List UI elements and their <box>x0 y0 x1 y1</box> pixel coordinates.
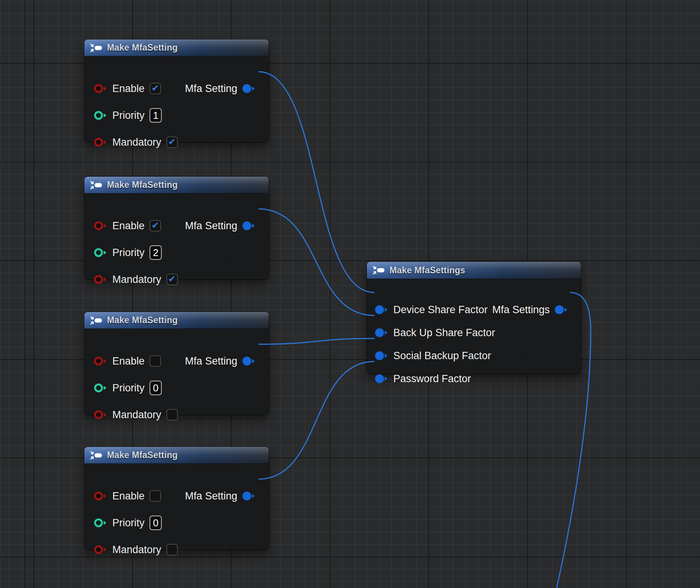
make-struct-icon <box>90 316 103 325</box>
mandatory-checkbox[interactable]: ✔ <box>166 274 178 285</box>
int-pin-priority[interactable] <box>94 383 107 393</box>
bool-pin-enable[interactable] <box>94 491 107 501</box>
struct-pin-mfa-setting-out[interactable] <box>242 491 256 501</box>
pin-label: Mfa Setting <box>185 490 237 502</box>
pin-label: Social Backup Factor <box>393 350 491 362</box>
node-title-bar[interactable]: Make MfaSetting <box>84 177 269 194</box>
struct-pin-social-backup-factor[interactable] <box>375 351 388 361</box>
wire-make-mfasetting-4.mfa-setting-to-make-mfasettings.password-factor[interactable] <box>258 361 375 479</box>
pin-label: Priority <box>112 110 145 122</box>
node-title: Make MfaSetting <box>107 450 177 460</box>
pin-label: Mfa Setting <box>185 83 237 95</box>
node-title: Make MfaSetting <box>107 180 177 190</box>
pin-label: Priority <box>112 382 145 394</box>
struct-pin-back-up-share-factor[interactable] <box>375 328 388 338</box>
pin-label: Enable <box>112 220 145 232</box>
struct-pin-password-factor[interactable] <box>375 374 388 384</box>
int-pin-priority[interactable] <box>94 518 107 528</box>
struct-pin-device-share-factor[interactable] <box>375 305 388 315</box>
wire-make-mfasetting-3.mfa-setting-to-make-mfasettings.social-backup-factor[interactable] <box>258 338 375 344</box>
mandatory-checkbox[interactable] <box>166 544 178 555</box>
pin-label: Enable <box>112 355 145 367</box>
pin-label: Mfa Setting <box>185 355 237 367</box>
node-make-mfasetting-2[interactable]: Make MfaSetting Enable ✔ Mfa Setting Pri… <box>84 177 269 279</box>
struct-pin-mfa-setting-out[interactable] <box>242 356 256 366</box>
make-struct-icon <box>90 43 103 53</box>
mandatory-checkbox[interactable]: ✔ <box>166 136 178 148</box>
pin-label: Enable <box>112 83 145 95</box>
graph-canvas[interactable]: Make MfaSetting Enable ✔ Mfa Setting Pri… <box>0 0 700 588</box>
node-make-mfasetting-4[interactable]: Make MfaSetting Enable Mfa Setting Prior… <box>84 447 269 550</box>
priority-value-input[interactable]: 1 <box>150 108 162 123</box>
enable-checkbox[interactable]: ✔ <box>150 220 161 232</box>
check-icon: ✔ <box>151 221 159 230</box>
node-title: Make MfaSettings <box>389 265 465 276</box>
pin-label: Priority <box>112 517 145 529</box>
pin-label: Priority <box>112 247 145 259</box>
node-title-bar[interactable]: Make MfaSetting <box>84 39 269 56</box>
node-title-bar[interactable]: Make MfaSetting <box>84 447 269 464</box>
bool-pin-enable[interactable] <box>94 221 107 231</box>
priority-value-input[interactable]: 0 <box>150 516 162 530</box>
node-make-mfasetting-3[interactable]: Make MfaSetting Enable Mfa Setting Prior… <box>84 312 269 415</box>
pin-label: Mfa Settings <box>492 304 550 316</box>
pin-label: Password Factor <box>393 373 471 385</box>
pin-label: Mandatory <box>112 136 161 148</box>
pin-label: Mandatory <box>112 409 161 421</box>
node-title: Make MfaSetting <box>107 43 177 53</box>
mandatory-checkbox[interactable] <box>166 409 178 420</box>
struct-pin-mfa-settings-out[interactable] <box>554 305 568 315</box>
wire-make-mfasetting-2.mfa-setting-to-make-mfasettings.back-up-share-factor[interactable] <box>258 209 375 315</box>
node-title-bar[interactable]: Make MfaSettings <box>367 262 581 279</box>
bool-pin-mandatory[interactable] <box>94 545 107 555</box>
priority-value-input[interactable]: 2 <box>150 245 162 260</box>
enable-checkbox[interactable]: ✔ <box>150 83 161 94</box>
node-make-mfasettings[interactable]: Make MfaSettings Device Share Factor Mfa… <box>367 262 581 374</box>
pin-label: Mfa Setting <box>185 220 237 232</box>
enable-checkbox[interactable] <box>150 490 161 502</box>
make-struct-icon <box>90 451 103 460</box>
node-title: Make MfaSetting <box>107 315 177 325</box>
int-pin-priority[interactable] <box>94 110 107 120</box>
check-icon: ✔ <box>151 84 159 93</box>
bool-pin-enable[interactable] <box>94 356 107 366</box>
pin-label: Device Share Factor <box>393 304 488 316</box>
bool-pin-mandatory[interactable] <box>94 137 107 147</box>
bool-pin-mandatory[interactable] <box>94 410 107 420</box>
struct-pin-mfa-setting-out[interactable] <box>242 221 256 231</box>
priority-value-input[interactable]: 0 <box>150 381 162 395</box>
pin-label: Mandatory <box>112 274 161 286</box>
bool-pin-mandatory[interactable] <box>94 274 107 284</box>
check-icon: ✔ <box>168 137 176 146</box>
enable-checkbox[interactable] <box>150 355 161 367</box>
make-struct-icon <box>372 266 385 275</box>
struct-pin-mfa-setting-out[interactable] <box>242 84 256 94</box>
pin-label: Mandatory <box>112 544 161 556</box>
wire-make-mfasetting-1.mfa-setting-to-make-mfasettings.device-share-factor[interactable] <box>258 72 375 292</box>
make-struct-icon <box>90 181 103 190</box>
int-pin-priority[interactable] <box>94 248 107 258</box>
node-make-mfasetting-1[interactable]: Make MfaSetting Enable ✔ Mfa Setting Pri… <box>84 39 269 142</box>
check-icon: ✔ <box>168 274 176 284</box>
pin-label: Enable <box>112 490 145 502</box>
node-title-bar[interactable]: Make MfaSetting <box>84 312 269 329</box>
bool-pin-enable[interactable] <box>94 84 107 94</box>
pin-label: Back Up Share Factor <box>393 327 495 339</box>
